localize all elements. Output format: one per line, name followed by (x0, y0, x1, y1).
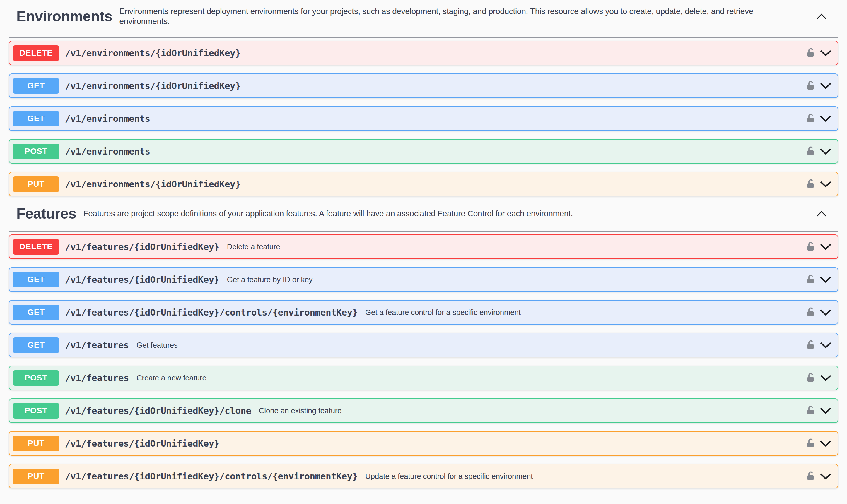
expand-row-button[interactable] (819, 49, 832, 57)
unlocked-padlock-icon (806, 307, 815, 318)
endpoint-path: /v1/environments (65, 113, 150, 124)
expand-row-button[interactable] (819, 439, 832, 448)
row-actions (806, 48, 832, 58)
method-badge: GET (13, 338, 59, 353)
auth-lock-button[interactable] (806, 372, 815, 383)
row-actions (806, 372, 832, 383)
auth-lock-button[interactable] (806, 113, 815, 124)
unlocked-padlock-icon (806, 241, 815, 252)
expand-row-button[interactable] (819, 374, 832, 382)
method-badge: PUT (13, 177, 59, 192)
auth-lock-button[interactable] (806, 274, 815, 285)
endpoint-row[interactable]: GET /v1/features Get features (9, 333, 838, 357)
row-actions (806, 146, 832, 157)
collapse-section-button[interactable] (813, 208, 830, 219)
unlocked-padlock-icon (806, 372, 815, 383)
expand-row-button[interactable] (819, 82, 832, 90)
chevron-down-icon (819, 308, 832, 317)
endpoint-path: /v1/features (65, 340, 129, 350)
endpoint-row[interactable]: POST /v1/features/{idOrUnifiedKey}/clone… (9, 398, 838, 423)
endpoint-row[interactable]: DELETE /v1/features/{idOrUnifiedKey} Del… (9, 234, 838, 259)
section-header[interactable]: Features Features are project scope defi… (9, 205, 838, 222)
api-section: Environments Environments represent depl… (9, 6, 838, 196)
sections-root: Environments Environments represent depl… (9, 6, 838, 488)
unlocked-padlock-icon (806, 80, 815, 91)
auth-lock-button[interactable] (806, 471, 815, 482)
row-actions (806, 307, 832, 318)
expand-row-button[interactable] (819, 472, 832, 480)
auth-lock-button[interactable] (806, 80, 815, 91)
auth-lock-button[interactable] (806, 48, 815, 58)
expand-row-button[interactable] (819, 114, 832, 123)
endpoint-path: /v1/features/{idOrUnifiedKey} (65, 438, 219, 449)
auth-lock-button[interactable] (806, 179, 815, 190)
endpoint-path: /v1/features/{idOrUnifiedKey}/clone (65, 406, 251, 416)
endpoint-path: /v1/environments/{idOrUnifiedKey} (65, 48, 241, 58)
endpoint-row[interactable]: GET /v1/features/{idOrUnifiedKey} Get a … (9, 267, 838, 292)
expand-row-button[interactable] (819, 180, 832, 188)
chevron-down-icon (819, 82, 832, 90)
expand-row-button[interactable] (819, 242, 832, 251)
chevron-down-icon (819, 180, 832, 188)
chevron-down-icon (819, 114, 832, 123)
expand-row-button[interactable] (819, 308, 832, 317)
row-actions (806, 405, 832, 416)
auth-lock-button[interactable] (806, 340, 815, 350)
expand-row-button[interactable] (819, 407, 832, 415)
endpoint-path: /v1/features/{idOrUnifiedKey}/controls/{… (65, 471, 358, 482)
auth-lock-button[interactable] (806, 405, 815, 416)
expand-row-button[interactable] (819, 275, 832, 284)
section-description: Environments represent deployment enviro… (119, 6, 801, 26)
endpoint-row[interactable]: GET /v1/environments/{idOrUnifiedKey} (9, 73, 838, 98)
row-actions (806, 438, 832, 449)
unlocked-padlock-icon (806, 438, 815, 449)
unlocked-padlock-icon (806, 146, 815, 157)
endpoint-row[interactable]: PUT /v1/environments/{idOrUnifiedKey} (9, 172, 838, 196)
endpoint-row[interactable]: POST /v1/environments (9, 139, 838, 164)
unlocked-padlock-icon (806, 405, 815, 416)
unlocked-padlock-icon (806, 48, 815, 58)
endpoint-row[interactable]: GET /v1/features/{idOrUnifiedKey}/contro… (9, 300, 838, 325)
chevron-up-icon (816, 210, 827, 217)
endpoint-summary: Get a feature by ID or key (227, 275, 313, 284)
endpoint-row[interactable]: PUT /v1/features/{idOrUnifiedKey}/contro… (9, 464, 838, 488)
unlocked-padlock-icon (806, 274, 815, 285)
unlocked-padlock-icon (806, 113, 815, 124)
collapse-section-button[interactable] (813, 11, 830, 22)
unlocked-padlock-icon (806, 340, 815, 350)
chevron-up-icon (816, 13, 827, 20)
auth-lock-button[interactable] (806, 146, 815, 157)
auth-lock-button[interactable] (806, 438, 815, 449)
section-title: Environments (16, 7, 112, 25)
expand-row-button[interactable] (819, 341, 832, 349)
method-badge: POST (13, 403, 59, 418)
method-badge: POST (13, 144, 59, 159)
endpoint-row[interactable]: DELETE /v1/environments/{idOrUnifiedKey} (9, 41, 838, 65)
chevron-down-icon (819, 374, 832, 382)
row-actions (806, 80, 832, 91)
endpoint-summary: Get a feature control for a specific env… (365, 308, 521, 317)
row-actions (806, 241, 832, 252)
row-actions (806, 113, 832, 124)
endpoint-list: DELETE /v1/features/{idOrUnifiedKey} Del… (9, 232, 838, 488)
auth-lock-button[interactable] (806, 241, 815, 252)
endpoint-path: /v1/features (65, 373, 129, 383)
method-badge: DELETE (13, 46, 59, 61)
endpoint-summary: Delete a feature (227, 242, 280, 251)
row-actions (806, 471, 832, 482)
method-badge: DELETE (13, 239, 59, 255)
expand-row-button[interactable] (819, 147, 832, 156)
unlocked-padlock-icon (806, 471, 815, 482)
endpoint-row[interactable]: PUT /v1/features/{idOrUnifiedKey} (9, 431, 838, 456)
auth-lock-button[interactable] (806, 307, 815, 318)
method-badge: PUT (13, 469, 59, 484)
chevron-down-icon (819, 147, 832, 156)
endpoint-row[interactable]: POST /v1/features Create a new feature (9, 365, 838, 390)
endpoint-row[interactable]: GET /v1/environments (9, 106, 838, 131)
unlocked-padlock-icon (806, 179, 815, 190)
row-actions (806, 340, 832, 350)
api-section: Features Features are project scope defi… (9, 205, 838, 488)
section-header[interactable]: Environments Environments represent depl… (9, 6, 838, 26)
chevron-down-icon (819, 242, 832, 251)
endpoint-list: DELETE /v1/environments/{idOrUnifiedKey}… (9, 38, 838, 196)
